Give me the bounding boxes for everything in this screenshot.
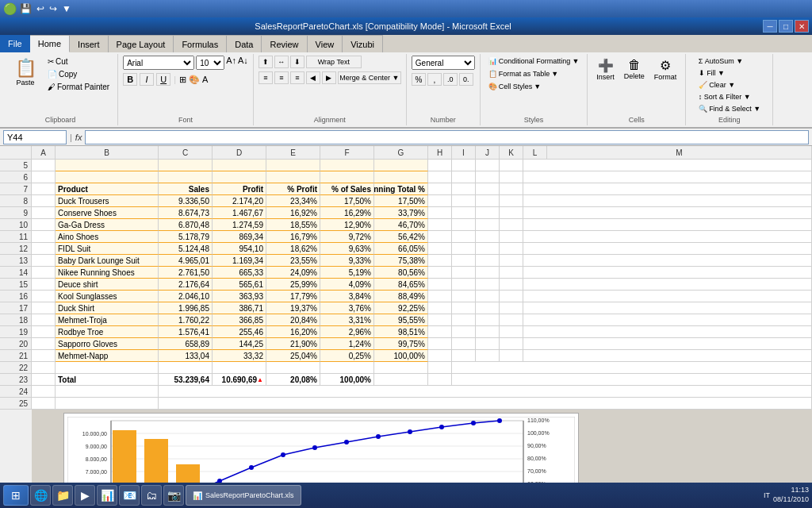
row-header-25[interactable]: 25	[0, 398, 32, 410]
taskbar-ie[interactable]: 🌐	[30, 485, 51, 506]
maximize-btn[interactable]: □	[779, 20, 793, 33]
col-header-I[interactable]: I	[452, 146, 476, 159]
copy-button[interactable]: 📄 Copy	[44, 68, 113, 80]
paste-button[interactable]: 📋 Paste	[8, 56, 43, 89]
wrap-text-btn[interactable]: Wrap Text	[306, 56, 362, 68]
tab-page-layout[interactable]: Page Layout	[109, 35, 174, 52]
col-header-L[interactable]: L	[523, 146, 547, 159]
taskbar-media[interactable]: ▶	[75, 485, 95, 506]
decrease-font-btn[interactable]: A↓	[238, 56, 248, 70]
autosum-button[interactable]: Σ AutoSum ▼	[695, 56, 747, 67]
name-box[interactable]	[3, 130, 67, 144]
row-header-16[interactable]: 16	[0, 291, 32, 302]
tab-vizubi[interactable]: Vizubi	[343, 35, 383, 52]
conditional-formatting-button[interactable]: 📊 Conditional Formatting ▼	[485, 56, 582, 67]
col-header-E[interactable]: E	[266, 146, 320, 159]
decrease-decimal-btn[interactable]: 0.	[459, 73, 473, 86]
fill-color-btn[interactable]: 🎨	[189, 75, 200, 85]
undo-quick-btn[interactable]: ↩	[35, 2, 46, 15]
insert-cells-btn[interactable]: ➕ Insert	[592, 56, 619, 83]
cell-styles-button[interactable]: 🎨 Cell Styles ▼	[485, 81, 544, 92]
increase-indent-btn[interactable]: ▶	[322, 71, 336, 84]
percent-btn[interactable]: %	[412, 73, 426, 86]
taskbar-folder[interactable]: 🗂	[141, 485, 162, 506]
row-header-6[interactable]: 6	[0, 171, 32, 183]
merge-center-btn[interactable]: Merge & Center ▼	[338, 71, 401, 84]
row-header-19[interactable]: 19	[0, 326, 32, 338]
tab-data[interactable]: Data	[227, 35, 262, 52]
taskbar-outlook[interactable]: 📧	[119, 485, 140, 506]
col-header-F[interactable]: F	[320, 146, 374, 159]
row-header-14[interactable]: 14	[0, 267, 32, 279]
tab-formulas[interactable]: Formulas	[174, 35, 227, 52]
increase-decimal-btn[interactable]: .0	[443, 73, 458, 86]
comma-btn[interactable]: ,	[427, 73, 442, 86]
right-align-btn[interactable]: ≡	[290, 71, 304, 84]
col-header-C[interactable]: C	[159, 146, 213, 159]
row-header-18[interactable]: 18	[0, 314, 32, 326]
tab-file[interactable]: File	[0, 35, 30, 52]
fill-button[interactable]: ⬇ Fill ▼	[695, 67, 728, 79]
row-header-15[interactable]: 15	[0, 279, 32, 291]
font-color-btn[interactable]: A	[202, 75, 208, 84]
col-header-A[interactable]: A	[32, 146, 56, 159]
row-header-23[interactable]: 23	[0, 374, 32, 386]
tab-view[interactable]: View	[308, 35, 343, 52]
taskbar-active-window[interactable]: 📊 SalesReportParetoChart.xls	[186, 485, 301, 506]
find-select-button[interactable]: 🔍 Find & Select ▼	[695, 103, 764, 114]
col-header-M[interactable]: M	[547, 146, 812, 159]
borders-btn[interactable]: ⊞	[179, 75, 186, 85]
col-header-D[interactable]: D	[213, 146, 266, 159]
number-format-select[interactable]: General	[412, 56, 475, 70]
redo-quick-btn[interactable]: ↪	[48, 2, 59, 15]
format-cells-btn[interactable]: ⚙ Format	[650, 56, 681, 83]
row-header-5[interactable]: 5	[0, 160, 32, 171]
col-header-H[interactable]: H	[428, 146, 452, 159]
close-btn[interactable]: ✕	[795, 20, 809, 33]
sort-filter-button[interactable]: ↕ Sort & Filter ▼	[695, 91, 754, 102]
tab-review[interactable]: Review	[262, 35, 307, 52]
tab-home[interactable]: Home	[30, 35, 70, 52]
center-align-btn[interactable]: ≡	[274, 71, 289, 84]
decrease-indent-btn[interactable]: ◀	[306, 71, 320, 84]
format-as-table-button[interactable]: 📋 Format as Table ▼	[485, 68, 561, 79]
font-size-select[interactable]: 10	[196, 56, 224, 70]
tab-insert[interactable]: Insert	[70, 35, 109, 52]
row-header-13[interactable]: 13	[0, 255, 32, 267]
col-header-K[interactable]: K	[500, 146, 523, 159]
underline-btn[interactable]: U	[156, 73, 170, 86]
row-header-21[interactable]: 21	[0, 350, 32, 362]
left-align-btn[interactable]: ≡	[259, 71, 273, 84]
row-header-22[interactable]: 22	[0, 362, 32, 374]
save-quick-btn[interactable]: 💾	[18, 2, 33, 15]
taskbar-excel-small[interactable]: 📊	[97, 485, 117, 506]
row-header-20[interactable]: 20	[0, 338, 32, 350]
row-header-17[interactable]: 17	[0, 302, 32, 314]
grid-area[interactable]: Product Sales Profit % Profit % of Sales…	[32, 160, 812, 495]
row-header-24[interactable]: 24	[0, 386, 32, 398]
taskbar-explorer[interactable]: 📁	[52, 485, 73, 506]
bold-btn[interactable]: B	[123, 73, 137, 86]
increase-font-btn[interactable]: A↑	[226, 56, 236, 70]
font-name-select[interactable]: Arial	[123, 56, 194, 70]
clear-button[interactable]: 🧹 Clear ▼	[695, 79, 738, 90]
row-header-10[interactable]: 10	[0, 219, 32, 231]
align-bottom-btn[interactable]: ⬇	[290, 56, 304, 68]
italic-btn[interactable]: I	[140, 73, 154, 86]
row-header-12[interactable]: 12	[0, 243, 32, 255]
format-painter-button[interactable]: 🖌 Format Painter	[44, 81, 113, 93]
align-top-btn[interactable]: ⬆	[259, 56, 273, 68]
minimize-btn[interactable]: ─	[763, 20, 777, 33]
delete-cells-btn[interactable]: 🗑 Delete	[620, 56, 649, 83]
more-quick-btn[interactable]: ▼	[60, 2, 73, 15]
col-header-G[interactable]: G	[374, 146, 428, 159]
row-header-8[interactable]: 8	[0, 195, 32, 207]
taskbar-camera[interactable]: 📷	[163, 485, 184, 506]
start-button[interactable]: ⊞	[3, 485, 29, 506]
cut-button[interactable]: ✂ Cut	[44, 56, 113, 67]
align-middle-btn[interactable]: ↔	[274, 56, 289, 68]
row-header-7[interactable]: 7	[0, 183, 32, 195]
col-header-J[interactable]: J	[476, 146, 500, 159]
row-header-11[interactable]: 11	[0, 231, 32, 243]
formula-input[interactable]	[85, 130, 809, 144]
